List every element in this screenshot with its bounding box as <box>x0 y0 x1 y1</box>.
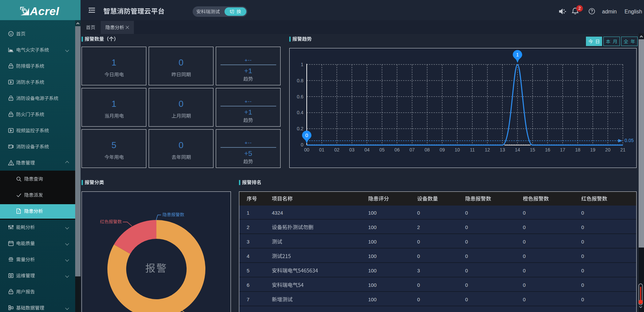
svg-text:0: 0 <box>305 132 308 138</box>
svg-text:Acrel: Acrel <box>30 5 60 16</box>
svg-text:1: 1 <box>516 52 519 57</box>
